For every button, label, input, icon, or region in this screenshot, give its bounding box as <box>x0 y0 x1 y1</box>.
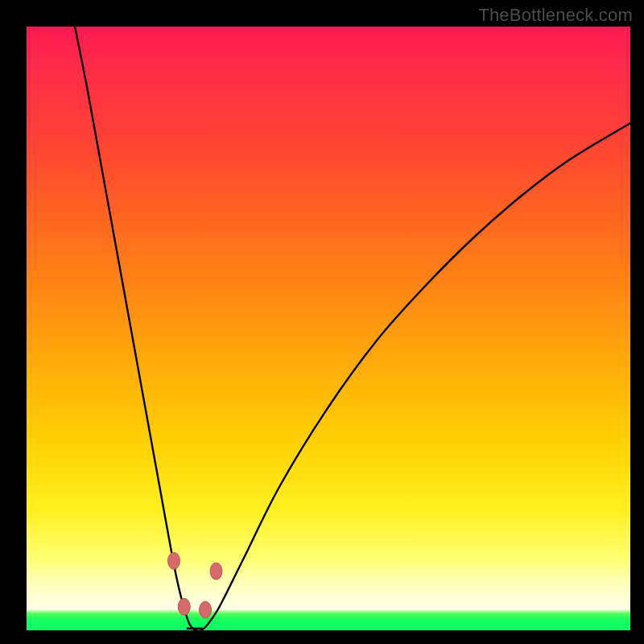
left-lower-dot <box>178 598 190 615</box>
bottleneck-curve <box>75 27 630 631</box>
right-upper-dot <box>210 563 222 580</box>
right-lower-dot <box>200 601 212 618</box>
chart-svg <box>27 27 630 630</box>
outer-frame: TheBottleneck.com <box>0 0 644 644</box>
curve-group <box>75 27 630 631</box>
marker-dots-group <box>168 552 223 618</box>
left-upper-dot <box>168 552 180 569</box>
watermark-text: TheBottleneck.com <box>478 5 633 26</box>
